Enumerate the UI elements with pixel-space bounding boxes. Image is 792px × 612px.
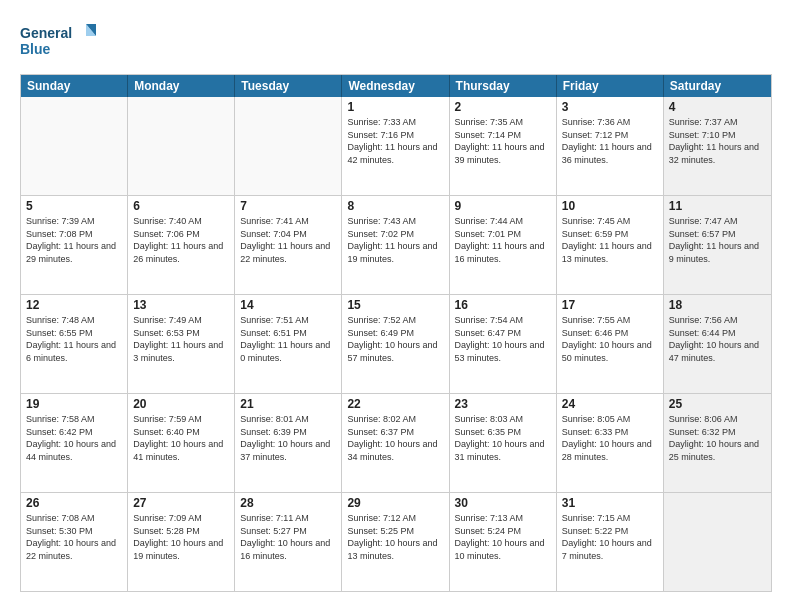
day-number: 26	[26, 496, 122, 510]
cell-info: Sunrise: 7:44 AM Sunset: 7:01 PM Dayligh…	[455, 215, 551, 265]
logo-svg: General Blue	[20, 20, 100, 62]
day-number: 4	[669, 100, 766, 114]
calendar-cell: 18Sunrise: 7:56 AM Sunset: 6:44 PM Dayli…	[664, 295, 771, 393]
cell-info: Sunrise: 7:41 AM Sunset: 7:04 PM Dayligh…	[240, 215, 336, 265]
calendar-header: SundayMondayTuesdayWednesdayThursdayFrid…	[21, 75, 771, 97]
calendar-cell: 28Sunrise: 7:11 AM Sunset: 5:27 PM Dayli…	[235, 493, 342, 591]
cell-info: Sunrise: 7:36 AM Sunset: 7:12 PM Dayligh…	[562, 116, 658, 166]
day-number: 2	[455, 100, 551, 114]
calendar-cell: 21Sunrise: 8:01 AM Sunset: 6:39 PM Dayli…	[235, 394, 342, 492]
calendar-cell: 25Sunrise: 8:06 AM Sunset: 6:32 PM Dayli…	[664, 394, 771, 492]
cell-info: Sunrise: 7:37 AM Sunset: 7:10 PM Dayligh…	[669, 116, 766, 166]
cell-info: Sunrise: 7:59 AM Sunset: 6:40 PM Dayligh…	[133, 413, 229, 463]
logo: General Blue	[20, 20, 100, 62]
cell-info: Sunrise: 7:15 AM Sunset: 5:22 PM Dayligh…	[562, 512, 658, 562]
cell-info: Sunrise: 7:09 AM Sunset: 5:28 PM Dayligh…	[133, 512, 229, 562]
day-number: 14	[240, 298, 336, 312]
calendar-cell: 11Sunrise: 7:47 AM Sunset: 6:57 PM Dayli…	[664, 196, 771, 294]
cell-info: Sunrise: 7:51 AM Sunset: 6:51 PM Dayligh…	[240, 314, 336, 364]
day-number: 19	[26, 397, 122, 411]
calendar-cell: 26Sunrise: 7:08 AM Sunset: 5:30 PM Dayli…	[21, 493, 128, 591]
day-number: 8	[347, 199, 443, 213]
day-number: 28	[240, 496, 336, 510]
calendar-cell: 6Sunrise: 7:40 AM Sunset: 7:06 PM Daylig…	[128, 196, 235, 294]
day-number: 1	[347, 100, 443, 114]
calendar-cell: 30Sunrise: 7:13 AM Sunset: 5:24 PM Dayli…	[450, 493, 557, 591]
header-day-tuesday: Tuesday	[235, 75, 342, 97]
day-number: 23	[455, 397, 551, 411]
day-number: 20	[133, 397, 229, 411]
cell-info: Sunrise: 7:47 AM Sunset: 6:57 PM Dayligh…	[669, 215, 766, 265]
calendar-cell: 9Sunrise: 7:44 AM Sunset: 7:01 PM Daylig…	[450, 196, 557, 294]
day-number: 24	[562, 397, 658, 411]
calendar-cell: 2Sunrise: 7:35 AM Sunset: 7:14 PM Daylig…	[450, 97, 557, 195]
cell-info: Sunrise: 7:49 AM Sunset: 6:53 PM Dayligh…	[133, 314, 229, 364]
cell-info: Sunrise: 8:03 AM Sunset: 6:35 PM Dayligh…	[455, 413, 551, 463]
calendar-cell: 31Sunrise: 7:15 AM Sunset: 5:22 PM Dayli…	[557, 493, 664, 591]
day-number: 27	[133, 496, 229, 510]
calendar-cell: 15Sunrise: 7:52 AM Sunset: 6:49 PM Dayli…	[342, 295, 449, 393]
day-number: 17	[562, 298, 658, 312]
day-number: 5	[26, 199, 122, 213]
calendar-cell: 1Sunrise: 7:33 AM Sunset: 7:16 PM Daylig…	[342, 97, 449, 195]
calendar-cell: 5Sunrise: 7:39 AM Sunset: 7:08 PM Daylig…	[21, 196, 128, 294]
day-number: 6	[133, 199, 229, 213]
calendar-week-3: 12Sunrise: 7:48 AM Sunset: 6:55 PM Dayli…	[21, 295, 771, 394]
page: General Blue SundayMondayTuesdayWednesda…	[0, 0, 792, 612]
cell-info: Sunrise: 7:55 AM Sunset: 6:46 PM Dayligh…	[562, 314, 658, 364]
header-day-friday: Friday	[557, 75, 664, 97]
calendar-cell: 3Sunrise: 7:36 AM Sunset: 7:12 PM Daylig…	[557, 97, 664, 195]
day-number: 31	[562, 496, 658, 510]
day-number: 25	[669, 397, 766, 411]
calendar-cell: 4Sunrise: 7:37 AM Sunset: 7:10 PM Daylig…	[664, 97, 771, 195]
cell-info: Sunrise: 8:06 AM Sunset: 6:32 PM Dayligh…	[669, 413, 766, 463]
svg-text:General: General	[20, 25, 72, 41]
day-number: 16	[455, 298, 551, 312]
svg-text:Blue: Blue	[20, 41, 51, 57]
calendar-cell: 14Sunrise: 7:51 AM Sunset: 6:51 PM Dayli…	[235, 295, 342, 393]
day-number: 29	[347, 496, 443, 510]
calendar-cell: 27Sunrise: 7:09 AM Sunset: 5:28 PM Dayli…	[128, 493, 235, 591]
day-number: 7	[240, 199, 336, 213]
cell-info: Sunrise: 8:01 AM Sunset: 6:39 PM Dayligh…	[240, 413, 336, 463]
cell-info: Sunrise: 7:54 AM Sunset: 6:47 PM Dayligh…	[455, 314, 551, 364]
header-day-thursday: Thursday	[450, 75, 557, 97]
cell-info: Sunrise: 7:13 AM Sunset: 5:24 PM Dayligh…	[455, 512, 551, 562]
day-number: 15	[347, 298, 443, 312]
cell-info: Sunrise: 7:33 AM Sunset: 7:16 PM Dayligh…	[347, 116, 443, 166]
cell-info: Sunrise: 7:56 AM Sunset: 6:44 PM Dayligh…	[669, 314, 766, 364]
calendar-cell	[664, 493, 771, 591]
day-number: 21	[240, 397, 336, 411]
calendar-cell: 10Sunrise: 7:45 AM Sunset: 6:59 PM Dayli…	[557, 196, 664, 294]
calendar-cell	[128, 97, 235, 195]
cell-info: Sunrise: 8:05 AM Sunset: 6:33 PM Dayligh…	[562, 413, 658, 463]
day-number: 10	[562, 199, 658, 213]
calendar-cell: 12Sunrise: 7:48 AM Sunset: 6:55 PM Dayli…	[21, 295, 128, 393]
calendar-cell: 20Sunrise: 7:59 AM Sunset: 6:40 PM Dayli…	[128, 394, 235, 492]
calendar-cell	[235, 97, 342, 195]
calendar-cell: 19Sunrise: 7:58 AM Sunset: 6:42 PM Dayli…	[21, 394, 128, 492]
day-number: 3	[562, 100, 658, 114]
day-number: 30	[455, 496, 551, 510]
calendar-cell: 13Sunrise: 7:49 AM Sunset: 6:53 PM Dayli…	[128, 295, 235, 393]
header-day-sunday: Sunday	[21, 75, 128, 97]
calendar-cell: 22Sunrise: 8:02 AM Sunset: 6:37 PM Dayli…	[342, 394, 449, 492]
calendar-cell: 8Sunrise: 7:43 AM Sunset: 7:02 PM Daylig…	[342, 196, 449, 294]
day-number: 18	[669, 298, 766, 312]
cell-info: Sunrise: 7:58 AM Sunset: 6:42 PM Dayligh…	[26, 413, 122, 463]
cell-info: Sunrise: 7:35 AM Sunset: 7:14 PM Dayligh…	[455, 116, 551, 166]
day-number: 12	[26, 298, 122, 312]
header: General Blue	[20, 20, 772, 62]
cell-info: Sunrise: 7:52 AM Sunset: 6:49 PM Dayligh…	[347, 314, 443, 364]
calendar: SundayMondayTuesdayWednesdayThursdayFrid…	[20, 74, 772, 592]
calendar-cell: 23Sunrise: 8:03 AM Sunset: 6:35 PM Dayli…	[450, 394, 557, 492]
cell-info: Sunrise: 7:11 AM Sunset: 5:27 PM Dayligh…	[240, 512, 336, 562]
calendar-week-4: 19Sunrise: 7:58 AM Sunset: 6:42 PM Dayli…	[21, 394, 771, 493]
cell-info: Sunrise: 7:40 AM Sunset: 7:06 PM Dayligh…	[133, 215, 229, 265]
calendar-cell: 7Sunrise: 7:41 AM Sunset: 7:04 PM Daylig…	[235, 196, 342, 294]
calendar-week-2: 5Sunrise: 7:39 AM Sunset: 7:08 PM Daylig…	[21, 196, 771, 295]
calendar-body: 1Sunrise: 7:33 AM Sunset: 7:16 PM Daylig…	[21, 97, 771, 591]
calendar-cell: 24Sunrise: 8:05 AM Sunset: 6:33 PM Dayli…	[557, 394, 664, 492]
cell-info: Sunrise: 7:45 AM Sunset: 6:59 PM Dayligh…	[562, 215, 658, 265]
calendar-cell: 29Sunrise: 7:12 AM Sunset: 5:25 PM Dayli…	[342, 493, 449, 591]
